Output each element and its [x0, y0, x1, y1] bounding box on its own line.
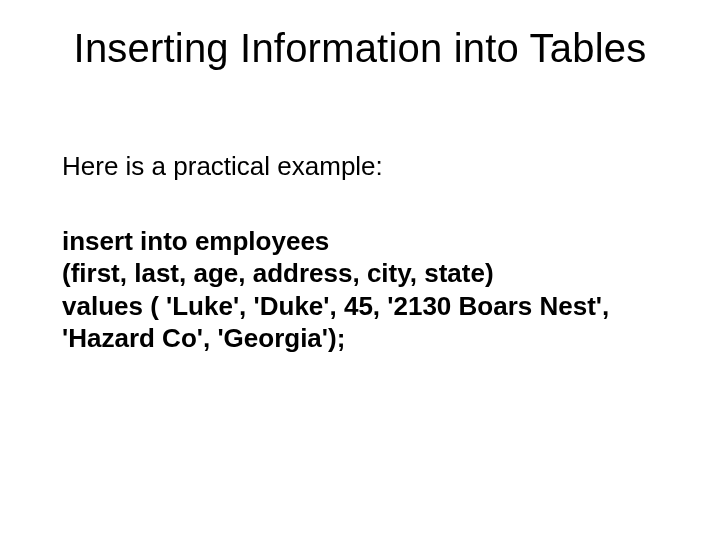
code-block: insert into employees (first, last, age,…: [62, 225, 660, 355]
intro-text: Here is a practical example:: [62, 150, 660, 183]
slide-title: Inserting Information into Tables: [0, 26, 720, 71]
code-line-4: 'Hazard Co', 'Georgia');: [62, 322, 660, 355]
code-line-1: insert into employees: [62, 225, 660, 258]
code-line-3: values ( 'Luke', 'Duke', 45, '2130 Boars…: [62, 290, 660, 323]
slide-body: Here is a practical example: insert into…: [62, 150, 660, 355]
code-line-2: (first, last, age, address, city, state): [62, 257, 660, 290]
slide: Inserting Information into Tables Here i…: [0, 0, 720, 540]
